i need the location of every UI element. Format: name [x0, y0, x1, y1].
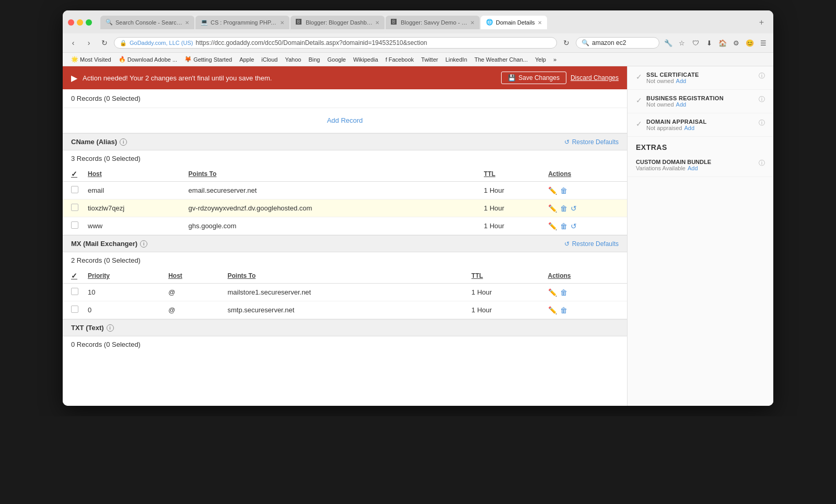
tab-close-tab2[interactable]: ✕	[280, 20, 284, 26]
domain-appraisal-title: DOMAIN APPRAISAL	[646, 119, 754, 125]
mx-select-all-check[interactable]: ✓	[71, 272, 77, 280]
star-icon[interactable]: ☆	[676, 37, 688, 49]
tab-tab5[interactable]: 🌐 Domain Details ✕	[481, 16, 547, 29]
download-icon[interactable]: ⬇	[703, 37, 715, 49]
domain-appraisal-info-icon[interactable]: ⓘ	[759, 119, 765, 127]
home-icon[interactable]: 🏠	[717, 37, 728, 49]
delete-icon-cname3[interactable]: 🗑	[560, 222, 567, 230]
mx-edit-icon-mx2[interactable]: ✏️	[548, 306, 557, 314]
cname-col-host[interactable]: Host	[84, 167, 184, 182]
ssl-add-link[interactable]: Add	[676, 78, 687, 84]
bookmark-bk3[interactable]: 🦊Getting Started	[181, 55, 235, 64]
bookmark-bk9[interactable]: Wikipedia	[350, 55, 381, 64]
txt-section: TXT (Text) i 0 Records (0 Selected)	[63, 319, 627, 353]
ssl-content: SSL CERTIFICATE Not owned Add	[646, 72, 754, 84]
cname-row-host-cname3: www	[84, 217, 184, 235]
extensions-icon[interactable]: ⚙	[730, 37, 742, 49]
menu-icon[interactable]: ☰	[758, 37, 769, 49]
mx-col-host[interactable]: Host	[164, 268, 223, 284]
refresh-button[interactable]: ↻	[560, 37, 573, 49]
mx-checkbox-mx1[interactable]	[71, 288, 78, 295]
cname-row-points-cname2: gv-rdzoywyxvednzf.dv.googlehosted.com	[184, 200, 480, 217]
edit-icon-cname2[interactable]: ✏️	[548, 204, 557, 213]
bookmark-bk15[interactable]: »	[550, 55, 560, 64]
tab-close-tab3[interactable]: ✕	[375, 20, 379, 26]
bookmark-bk2[interactable]: 🔥Download Adobe ...	[115, 55, 180, 64]
bookmark-bk7[interactable]: Bing	[305, 55, 323, 64]
tab-icon-tab3: 🅱	[296, 19, 303, 26]
forward-button[interactable]: ›	[83, 37, 95, 49]
save-changes-button[interactable]: 💾 Save Changes	[501, 72, 566, 84]
bookmark-bk14[interactable]: Yelp	[532, 55, 549, 64]
bookmark-bk6[interactable]: Yahoo	[282, 55, 304, 64]
close-button[interactable]	[68, 19, 74, 26]
tab-close-tab4[interactable]: ✕	[470, 20, 474, 26]
reload-button[interactable]: ↻	[98, 37, 111, 49]
tab-tab3[interactable]: 🅱 Blogger: Blogger Dashboard ✕	[291, 16, 385, 29]
cname-col-points[interactable]: Points To	[184, 167, 480, 182]
undo-icon-cname3[interactable]: ↺	[571, 222, 577, 230]
mx-delete-icon-mx1[interactable]: 🗑	[560, 288, 567, 297]
address-bar[interactable]: 🔒 GoDaddy.com, LLC (US) https://dcc.goda…	[114, 37, 557, 49]
tab-close-tab1[interactable]: ✕	[185, 20, 189, 26]
bookmark-bk11[interactable]: Twitter	[418, 55, 441, 64]
mx-edit-icon-mx1[interactable]: ✏️	[548, 288, 557, 297]
mx-row-priority-mx1: 10	[84, 284, 164, 301]
mx-restore-defaults[interactable]: ↺ Restore Defaults	[564, 240, 619, 248]
bookmark-label-bk10: Facebook	[389, 56, 414, 63]
business-add-link[interactable]: Add	[676, 101, 687, 108]
edit-icon-cname1[interactable]: ✏️	[548, 186, 557, 195]
edit-icon-cname3[interactable]: ✏️	[548, 222, 557, 230]
emoji-icon[interactable]: 😊	[744, 37, 756, 49]
cname-info-icon[interactable]: i	[120, 138, 127, 146]
discard-changes-button[interactable]: Discard Changes	[571, 74, 619, 81]
mx-delete-icon-mx2[interactable]: 🗑	[560, 306, 567, 314]
bookmark-bk4[interactable]: Apple	[236, 55, 257, 64]
business-check-icon: ✓	[636, 96, 642, 104]
add-record-link[interactable]: Add Record	[327, 116, 363, 124]
txt-info-icon[interactable]: i	[107, 324, 114, 332]
delete-icon-cname2[interactable]: 🗑	[560, 204, 567, 213]
tab-tab1[interactable]: 🔍 Search Console - Search A... ✕	[100, 16, 194, 29]
checkbox-cname1[interactable]	[71, 186, 78, 193]
tools-icon[interactable]: 🔧	[663, 37, 674, 49]
custom-domain-add-link[interactable]: Add	[688, 165, 698, 171]
bookmark-bk12[interactable]: LinkedIn	[442, 55, 470, 64]
ssl-info-icon[interactable]: ⓘ	[759, 72, 765, 80]
lock-icon: 🔒	[120, 40, 127, 46]
new-tab-button[interactable]: +	[755, 15, 768, 30]
maximize-button[interactable]	[86, 19, 92, 26]
cname-col-ttl[interactable]: TTL	[480, 167, 544, 182]
mx-col-points[interactable]: Points To	[224, 268, 468, 284]
undo-icon-cname2[interactable]: ↺	[571, 204, 577, 213]
checkbox-cname2[interactable]	[71, 204, 78, 211]
mx-col-priority[interactable]: Priority	[84, 268, 164, 284]
bookmark-bk5[interactable]: iCloud	[258, 55, 281, 64]
custom-domain-info-icon[interactable]: ⓘ	[759, 159, 765, 168]
back-button[interactable]: ‹	[67, 37, 79, 49]
business-info-icon[interactable]: ⓘ	[759, 95, 765, 104]
cname-col-check: ✓	[63, 167, 84, 182]
tab-tab4[interactable]: 🅱 Blogger: Savvy Demo - Bas... ✕	[386, 16, 480, 29]
shield-icon[interactable]: 🛡	[690, 37, 701, 49]
delete-icon-cname1[interactable]: 🗑	[560, 186, 567, 195]
cname-row-host-cname1: email	[84, 182, 184, 200]
mx-checkbox-mx2[interactable]	[71, 306, 78, 313]
domain-appraisal-add-link[interactable]: Add	[684, 125, 695, 131]
bookmark-bk10[interactable]: fFacebook	[382, 55, 417, 64]
mx-info-icon[interactable]: i	[140, 240, 147, 248]
tab-close-tab5[interactable]: ✕	[538, 20, 542, 26]
tab-tab2[interactable]: 💻 CS : Programming PHP, JQ... ✕	[195, 16, 289, 29]
checkbox-cname3[interactable]	[71, 221, 78, 229]
bookmark-bk8[interactable]: Google	[324, 55, 349, 64]
search-bar[interactable]: 🔍 amazon ec2	[576, 37, 659, 49]
bookmark-bk1[interactable]: 🌟Most Visited	[68, 55, 114, 64]
select-all-check[interactable]: ✓	[71, 170, 77, 178]
minimize-button[interactable]	[77, 19, 83, 26]
bookmark-bk13[interactable]: The Weather Chan...	[471, 55, 531, 64]
mx-col-ttl[interactable]: TTL	[467, 268, 543, 284]
tabs-row: 🔍 Search Console - Search A... ✕ 💻 CS : …	[100, 16, 751, 29]
cname-restore-defaults[interactable]: ↺ Restore Defaults	[564, 138, 619, 146]
table-row: tioxzlw7qezj gv-rdzoywyxvednzf.dv.google…	[63, 200, 627, 217]
secure-label: GoDaddy.com, LLC (US)	[130, 40, 193, 46]
